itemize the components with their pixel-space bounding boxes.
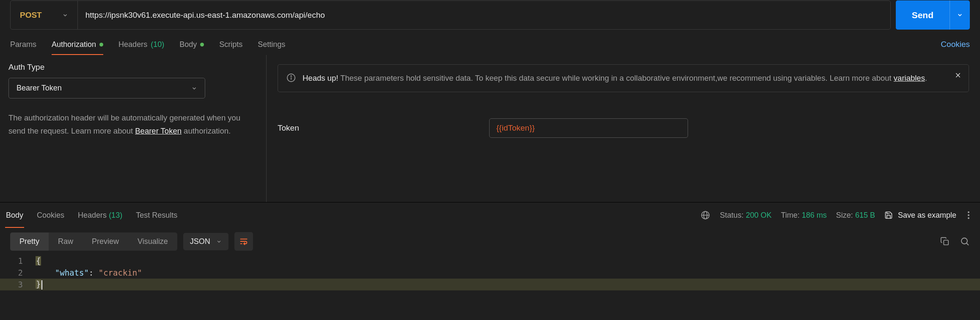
view-pretty-button[interactable]: Pretty — [10, 232, 49, 251]
bearer-token-help-link[interactable]: Bearer Token — [135, 126, 182, 135]
chevron-down-icon — [62, 12, 68, 18]
chevron-down-icon — [191, 85, 197, 91]
tab-label: Settings — [258, 40, 285, 49]
wrap-icon — [239, 237, 248, 246]
tab-label: Body — [6, 211, 23, 220]
response-tab-test-results[interactable]: Test Results — [135, 202, 178, 228]
chevron-down-icon — [216, 239, 222, 244]
response-size: Size: 615 B — [836, 211, 875, 220]
save-as-example-button[interactable]: Save as example — [884, 211, 956, 220]
tab-authorization[interactable]: Authorization — [52, 34, 103, 55]
more-icon — [967, 211, 970, 219]
tab-scripts[interactable]: Scripts — [219, 34, 242, 55]
tab-params[interactable]: Params — [10, 34, 36, 55]
alert-close-button[interactable] — [955, 72, 961, 79]
response-tab-body[interactable]: Body — [5, 202, 24, 228]
view-raw-button[interactable]: Raw — [49, 232, 83, 251]
request-url-input[interactable] — [78, 1, 890, 29]
headers-count: (13) — [109, 211, 122, 220]
line-number: 2 — [0, 268, 36, 277]
send-options-button[interactable] — [950, 0, 970, 30]
tab-settings[interactable]: Settings — [258, 34, 285, 55]
svg-rect-13 — [944, 240, 948, 245]
headers-count: (10) — [151, 40, 164, 49]
sensitive-data-alert: Heads up! These parameters hold sensitiv… — [278, 64, 969, 92]
svg-point-2 — [291, 76, 291, 76]
view-preview-button[interactable]: Preview — [83, 232, 128, 251]
info-icon — [286, 73, 296, 82]
token-label: Token — [278, 123, 489, 133]
status-dot-icon — [200, 43, 204, 46]
response-view-segment: Pretty Raw Preview Visualize — [10, 232, 177, 251]
token-input[interactable] — [489, 118, 688, 138]
copy-icon — [940, 237, 950, 246]
network-icon[interactable] — [700, 210, 710, 220]
close-icon — [955, 72, 961, 79]
response-body-editor[interactable]: 1 { 2 "whats": "crackin" 3 } — [0, 255, 980, 290]
tab-label: Params — [10, 40, 36, 49]
response-tab-headers[interactable]: Headers (13) — [77, 202, 123, 228]
auth-type-value: Bearer Token — [17, 84, 62, 93]
tab-label: Test Results — [136, 211, 177, 220]
http-method-select[interactable]: POST — [11, 1, 78, 29]
search-icon — [960, 236, 970, 246]
search-response-button[interactable] — [960, 236, 970, 246]
response-time: Time: 186 ms — [781, 211, 826, 220]
response-tab-cookies[interactable]: Cookies — [36, 202, 65, 228]
tab-headers[interactable]: Headers (10) — [118, 34, 164, 55]
svg-point-14 — [961, 238, 967, 244]
cookies-link[interactable]: Cookies — [941, 40, 970, 49]
text-cursor — [41, 280, 42, 290]
status-dot-icon — [99, 43, 103, 46]
response-status: Status: 200 OK — [720, 211, 771, 220]
more-menu-button[interactable] — [966, 211, 970, 219]
tab-label: Headers — [118, 40, 147, 49]
auth-type-select[interactable]: Bearer Token — [8, 78, 205, 98]
copy-response-button[interactable] — [940, 237, 950, 246]
svg-point-8 — [968, 211, 969, 213]
tab-body[interactable]: Body — [179, 34, 204, 55]
auth-help-text: The authorization header will be automat… — [8, 111, 245, 138]
http-method-label: POST — [20, 11, 42, 20]
response-format-select[interactable]: JSON — [183, 233, 228, 250]
chevron-down-icon — [957, 12, 963, 18]
view-visualize-button[interactable]: Visualize — [128, 232, 177, 251]
svg-line-15 — [966, 243, 969, 245]
format-value: JSON — [190, 237, 210, 246]
svg-point-9 — [968, 214, 969, 216]
line-number: 1 — [0, 256, 36, 265]
svg-point-10 — [968, 217, 969, 219]
variables-help-link[interactable]: variables — [894, 74, 925, 82]
send-button[interactable]: Send — [896, 0, 950, 30]
tab-label: Scripts — [219, 40, 242, 49]
save-icon — [884, 211, 893, 219]
alert-heads: Heads up! — [303, 74, 338, 82]
tab-label: Body — [179, 40, 197, 49]
tab-label: Cookies — [37, 211, 64, 220]
auth-type-label: Auth Type — [8, 63, 258, 72]
tab-label: Headers — [78, 211, 107, 220]
tab-label: Authorization — [52, 40, 96, 49]
line-number: 3 — [0, 280, 36, 289]
wrap-lines-button[interactable] — [234, 232, 253, 251]
